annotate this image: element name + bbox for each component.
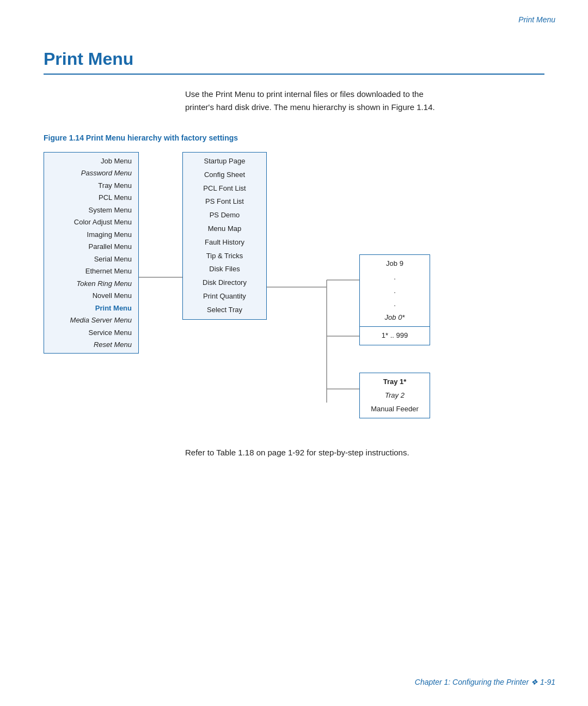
menu-item-imaging: Imaging Menu	[44, 228, 138, 241]
opt-tips: Tip & Tricks	[183, 249, 266, 263]
opt-diskdir: Disk Directory	[183, 276, 266, 290]
footer-page-number: 1-91	[540, 678, 555, 686]
menu-item-mediaserver: Media Server Menu	[44, 314, 138, 327]
right-box-printqty: 1* .. 999	[359, 326, 430, 345]
printqty-range: 1* .. 999	[365, 329, 424, 343]
diskfiles-job9: Job 9	[365, 257, 424, 271]
center-options-box: Startup Page Config Sheet PCL Font List …	[182, 152, 267, 320]
opt-config: Config Sheet	[183, 168, 266, 182]
menu-item-tokenring: Token Ring Menu	[44, 277, 138, 290]
opt-pclfont: PCL Font List	[183, 182, 266, 196]
footer-text: Refer to Table 1.18 on page 1-92 for ste…	[185, 446, 425, 459]
page-header-label: Print Menu	[518, 15, 555, 24]
menu-item-parallel: Parallel Menu	[44, 241, 138, 253]
menu-item-color: Color Adjust Menu	[44, 216, 138, 229]
menu-item-print: Print Menu	[44, 302, 138, 314]
opt-selecttray: Select Tray	[183, 303, 266, 317]
page-footer: Chapter 1: Configuring the Printer ❖ 1-9…	[415, 678, 555, 686]
diskfiles-dot3: .	[365, 297, 424, 311]
opt-diskfiles: Disk Files	[183, 263, 266, 276]
intro-text: Use the Print Menu to print internal fil…	[185, 88, 436, 114]
right-box-diskfiles: Job 9 . . . Job 0*	[359, 254, 430, 327]
opt-fault: Fault History	[183, 236, 266, 249]
page-title: Print Menu	[44, 49, 544, 69]
opt-psfont: PS Font List	[183, 195, 266, 209]
menu-item-reset: Reset Menu	[44, 339, 138, 351]
diskfiles-job0: Job 0*	[365, 311, 424, 325]
footer-separator: ❖	[531, 678, 540, 686]
menu-item-pcl: PCL Menu	[44, 192, 138, 204]
title-divider	[44, 74, 544, 75]
menu-item-job: Job Menu	[44, 155, 138, 167]
footer-chapter: Chapter 1: Configuring the Printer	[415, 678, 529, 686]
opt-menumap: Menu Map	[183, 222, 266, 236]
menu-item-tray: Tray Menu	[44, 179, 138, 192]
menu-item-system: System Menu	[44, 204, 138, 216]
manual-feeder: Manual Feeder	[365, 403, 424, 416]
diagram-area: Job Menu Password Menu Tray Menu PCL Men…	[44, 152, 534, 430]
opt-printqty: Print Quantity	[183, 290, 266, 303]
menu-item-service: Service Menu	[44, 326, 138, 339]
opt-psdemo: PS Demo	[183, 209, 266, 222]
menu-item-ethernet: Ethernet Menu	[44, 265, 138, 278]
tray1: Tray 1*	[365, 375, 424, 389]
left-menu-box: Job Menu Password Menu Tray Menu PCL Men…	[44, 152, 139, 354]
tray2: Tray 2	[365, 389, 424, 403]
diskfiles-dot1: .	[365, 271, 424, 284]
menu-item-novell: Novell Menu	[44, 290, 138, 302]
right-box-selecttray: Tray 1* Tray 2 Manual Feeder	[359, 373, 430, 418]
figure-caption: Figure 1.14 Print Menu hierarchy with fa…	[44, 133, 544, 142]
diskfiles-dot2: .	[365, 284, 424, 298]
opt-startup: Startup Page	[183, 155, 266, 168]
menu-item-password: Password Menu	[44, 167, 138, 180]
menu-item-serial: Serial Menu	[44, 253, 138, 265]
